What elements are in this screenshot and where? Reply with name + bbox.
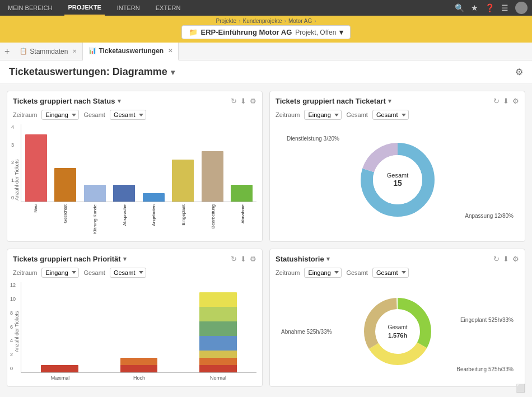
export-icon-4[interactable]: ⬇ bbox=[503, 255, 509, 263]
svg-text:1.576h: 1.576h bbox=[388, 332, 407, 339]
tabs-bar: + 📋 Stammdaten ✕ 📊 Ticketauswertungen ✕ bbox=[0, 43, 532, 60]
breadcrumb-bar: Projekte › Kundenprojekte › Motor AG › 📁… bbox=[0, 16, 532, 43]
chart-prioritaet-dropdown[interactable]: ▾ bbox=[123, 255, 127, 263]
donut-svg-ticketart: Gesamt 15 bbox=[353, 135, 442, 225]
tab-ticketauswertungen-label: Ticketauswertungen bbox=[99, 47, 164, 55]
tab-stammdaten[interactable]: 📋 Stammdaten ✕ bbox=[14, 43, 83, 60]
nav-mein-bereich[interactable]: MEIN BEREICH bbox=[4, 0, 55, 16]
x-label-eingeplant: Eingeplant bbox=[170, 204, 197, 236]
bar-eingeplant bbox=[170, 160, 197, 202]
zeitraum-label-3: Zeitraum bbox=[13, 269, 37, 276]
chart-prioritaet-title: Tickets gruppiert nach Priorität ▾ bbox=[13, 255, 127, 263]
chart-statushistorie-dropdown[interactable]: ▾ bbox=[326, 255, 330, 263]
tab-ticketauswertungen[interactable]: 📊 Ticketauswertungen ✕ bbox=[83, 43, 179, 60]
menu-icon[interactable]: ☰ bbox=[501, 3, 508, 12]
gesamt-select-3[interactable]: Gesamt bbox=[110, 268, 146, 278]
settings-icon-3[interactable]: ⚙ bbox=[250, 255, 256, 263]
stacked-bar-normal bbox=[184, 292, 252, 372]
refresh-icon[interactable]: ↻ bbox=[231, 97, 237, 105]
settings-icon-2[interactable]: ⚙ bbox=[512, 97, 519, 105]
export-icon[interactable]: ⬇ bbox=[240, 97, 246, 105]
refresh-icon-4[interactable]: ↻ bbox=[493, 255, 500, 263]
tab-stammdaten-close[interactable]: ✕ bbox=[72, 48, 77, 54]
x-label-gesichtet: Gesichtet bbox=[52, 204, 79, 236]
refresh-icon-2[interactable]: ↻ bbox=[493, 97, 500, 105]
nav-right-icons: 🔍 ★ ❓ ☰ bbox=[455, 2, 528, 14]
bottom-right-icon[interactable]: ⬜ bbox=[516, 384, 525, 393]
tab-ticketauswertungen-close[interactable]: ✕ bbox=[168, 48, 172, 54]
chart-prioritaet-selectors: Zeitraum Eingang Gesamt Gesamt bbox=[13, 268, 256, 278]
eingang-select-4[interactable]: Eingang bbox=[304, 268, 342, 278]
nav-extern[interactable]: EXTERN bbox=[152, 0, 184, 16]
add-tab-button[interactable]: + bbox=[4, 46, 10, 57]
bar-klarung bbox=[81, 185, 109, 202]
gesamt-select-2[interactable]: Gesamt bbox=[372, 110, 409, 120]
bar-gesichtet bbox=[52, 168, 80, 202]
stammdaten-icon: 📋 bbox=[20, 48, 27, 55]
dropdown-arrow-icon: ▾ bbox=[339, 28, 343, 36]
x-label-absprache: Absprache bbox=[111, 204, 138, 236]
x-label-angeboten: Angeboten bbox=[141, 204, 168, 236]
breadcrumb: Projekte › Kundenprojekte › Motor AG › bbox=[216, 18, 316, 24]
eingang-select-1[interactable]: Eingang bbox=[41, 110, 79, 120]
chart-ticketart-header: Tickets gruppiert nach Ticketart ▾ ↻ ⬇ ⚙ bbox=[276, 97, 519, 105]
export-icon-2[interactable]: ⬇ bbox=[503, 97, 509, 105]
eingang-select-2[interactable]: Eingang bbox=[304, 110, 342, 120]
nav-intern[interactable]: INTERN bbox=[114, 0, 143, 16]
breadcrumb-motor-ag[interactable]: Motor AG bbox=[288, 18, 312, 24]
chart-statushistorie-title: Statushistorie ▾ bbox=[276, 255, 330, 263]
x-label-klarung: Klärung Kunde bbox=[81, 204, 109, 236]
gesamt-select-1[interactable]: Gesamt bbox=[110, 110, 146, 120]
user-avatar[interactable] bbox=[515, 2, 528, 14]
export-icon-3[interactable]: ⬇ bbox=[240, 255, 246, 263]
top-navigation: MEIN BEREICH PROJEKTE INTERN EXTERN 🔍 ★ … bbox=[0, 0, 532, 16]
help-icon[interactable]: ❓ bbox=[485, 3, 494, 12]
gesamt-label-2: Gesamt bbox=[346, 111, 368, 118]
x-label-normal: Normal bbox=[184, 375, 252, 381]
stacked-bar-maximal bbox=[26, 365, 94, 372]
breadcrumb-projekte[interactable]: Projekte bbox=[216, 18, 236, 24]
page-title-text: Ticketauswertungen: Diagramme bbox=[9, 66, 167, 78]
donut-label-abnahme: Abnahme 525h/33% bbox=[281, 328, 332, 334]
chart-ticketart-dropdown[interactable]: ▾ bbox=[388, 97, 391, 105]
chart-ticketart-controls: ↻ ⬇ ⚙ bbox=[493, 97, 519, 105]
charts-grid: Tickets gruppiert nach Status ▾ ↻ ⬇ ⚙ Ze… bbox=[0, 84, 532, 394]
filter-icon[interactable]: ⚙ bbox=[515, 67, 523, 77]
gesamt-label-3: Gesamt bbox=[83, 269, 105, 276]
settings-icon-4[interactable]: ⚙ bbox=[512, 255, 519, 263]
bar-angeboten bbox=[140, 193, 167, 202]
x-labels-status: Neu Gesichtet Klärung Kunde Absprache An… bbox=[22, 202, 256, 236]
stacked-bar-hoch bbox=[105, 358, 172, 372]
page-title-dropdown[interactable]: ▾ bbox=[171, 68, 175, 77]
chart-prioritaet-controls: ↻ ⬇ ⚙ bbox=[231, 255, 256, 263]
chart-status: Tickets gruppiert nach Status ▾ ↻ ⬇ ⚙ Ze… bbox=[7, 91, 263, 242]
chart-prioritaet: Tickets gruppiert nach Priorität ▾ ↻ ⬇ ⚙… bbox=[7, 249, 263, 387]
bar-bearbeitung bbox=[199, 151, 226, 202]
x-label-maximal: Maximal bbox=[26, 375, 94, 381]
x-label-hoch: Hoch bbox=[105, 375, 173, 381]
nav-projekte[interactable]: PROJEKTE bbox=[64, 0, 104, 16]
x-label-abnahme: Abnahme bbox=[229, 204, 256, 236]
y-axis-label-status: Anzahl der Tickets bbox=[13, 124, 21, 236]
settings-icon[interactable]: ⚙ bbox=[250, 97, 256, 105]
project-selector[interactable]: 📁 ERP-Einführung Motor AG Projekt, Offen… bbox=[181, 25, 351, 39]
chart-status-dropdown[interactable]: ▾ bbox=[118, 97, 121, 105]
svg-text:15: 15 bbox=[393, 179, 402, 188]
y-ticks-prioritaet: 0 2 4 6 8 10 12 bbox=[10, 282, 16, 372]
refresh-icon-3[interactable]: ↻ bbox=[231, 255, 237, 263]
gesamt-select-4[interactable]: Gesamt bbox=[372, 268, 409, 278]
zeitraum-label-1: Zeitraum bbox=[13, 111, 37, 118]
eingang-select-3[interactable]: Eingang bbox=[41, 268, 79, 278]
x-label-bearbeitung: Bearbeitung bbox=[199, 204, 227, 236]
bar-absprache bbox=[111, 185, 138, 202]
search-icon[interactable]: 🔍 bbox=[455, 3, 464, 12]
svg-text:Gesamt: Gesamt bbox=[386, 172, 408, 179]
chart-status-title: Tickets gruppiert nach Status ▾ bbox=[13, 97, 121, 105]
breadcrumb-kundenprojekte[interactable]: Kundenprojekte bbox=[243, 18, 282, 24]
chart-status-selectors: Zeitraum Eingang Gesamt Gesamt bbox=[13, 110, 256, 120]
gesamt-label-4: Gesamt bbox=[346, 269, 368, 276]
star-icon[interactable]: ★ bbox=[471, 3, 478, 12]
tab-stammdaten-label: Stammdaten bbox=[30, 48, 68, 55]
chart-prioritaet-header: Tickets gruppiert nach Priorität ▾ ↻ ⬇ ⚙ bbox=[13, 255, 256, 263]
zeitraum-label-2: Zeitraum bbox=[276, 111, 300, 118]
